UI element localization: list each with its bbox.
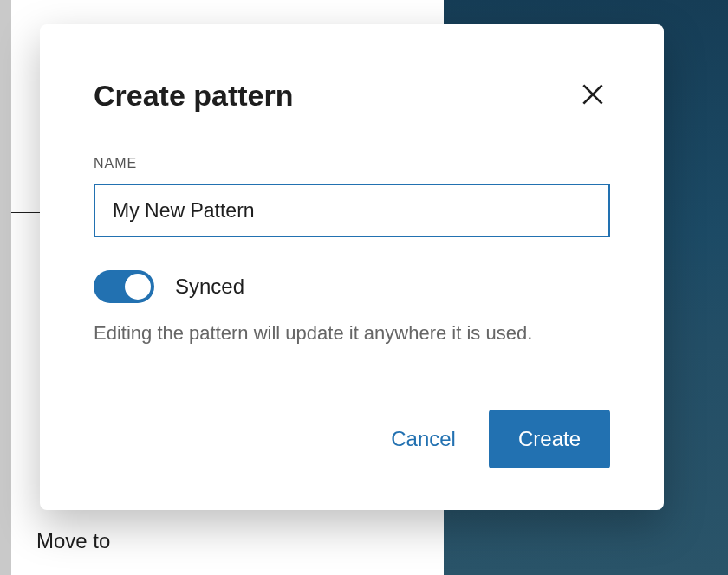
modal-overlay: Create pattern NAME Synced Editing the p…: [0, 0, 728, 575]
modal-actions: Cancel Create: [94, 410, 610, 468]
pattern-name-input[interactable]: [94, 184, 610, 237]
toggle-knob: [125, 274, 151, 300]
close-button[interactable]: [575, 78, 610, 113]
name-field-label: NAME: [94, 156, 610, 171]
synced-toggle[interactable]: [94, 270, 154, 303]
create-button[interactable]: Create: [489, 410, 610, 468]
modal-header: Create pattern: [94, 78, 610, 113]
close-icon: [579, 81, 607, 111]
synced-toggle-row: Synced: [94, 270, 610, 303]
synced-helper-text: Editing the pattern will update it anywh…: [94, 320, 610, 347]
synced-toggle-label: Synced: [175, 275, 244, 299]
create-pattern-modal: Create pattern NAME Synced Editing the p…: [40, 24, 664, 510]
cancel-button[interactable]: Cancel: [384, 411, 463, 467]
modal-title: Create pattern: [94, 79, 294, 113]
